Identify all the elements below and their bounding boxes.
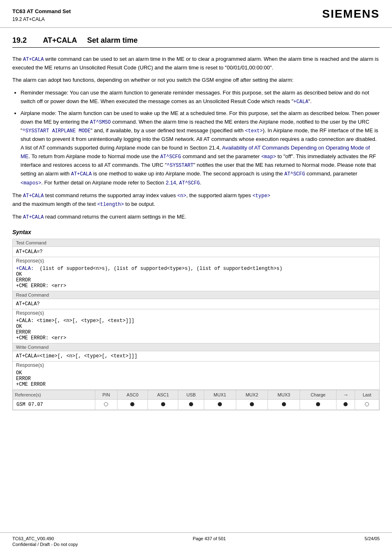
dot-mux1 [218, 402, 222, 406]
dot-asc1 [161, 402, 165, 406]
syntax-heading: Syntax [12, 229, 380, 235]
test-command-body: AT+CALA=? [13, 247, 379, 257]
footer-main-row: TC63_ATC_V00.490 Page 437 of 501 5/24/05 [12, 536, 380, 541]
write-command-response: OK ERROR +CME ERROR [13, 369, 379, 389]
footer-of: of [213, 536, 217, 541]
ref-mux2-dot [236, 400, 268, 410]
test-command-response: +CALA: (list of supported<n>s), (list of… [13, 265, 379, 291]
reference-header-row: Reference(s) PIN ASC0 ASC1 USB MUX1 MUX2… [13, 390, 379, 400]
ref-asc1-header: ASC1 [148, 390, 178, 400]
dot-charge [316, 402, 320, 406]
write-command-response-label: Response(s) [13, 362, 379, 369]
ref-pin-dot [95, 400, 118, 410]
dot-last [365, 402, 369, 406]
dot-arrow [344, 402, 348, 406]
bullet-item-2: Airplane mode: The alarm function can be… [21, 109, 380, 187]
reference-table: Reference(s) PIN ASC0 ASC1 USB MUX1 MUX2… [13, 390, 379, 410]
dot-usb [189, 402, 193, 406]
ref-last-dot [355, 400, 379, 410]
read-command-body: AT+CALA? [13, 299, 379, 309]
ref-arrow-header: → [337, 390, 355, 400]
ref-mux1-header: MUX1 [204, 390, 236, 400]
read-command-block: Read Command AT+CALA? Response(s) +CALA:… [12, 291, 380, 343]
ref-asc0-header: ASC0 [117, 390, 148, 400]
ref-mux1-dot [204, 400, 236, 410]
ref-label-header: Reference(s) [13, 390, 95, 400]
ref-charge-dot [300, 400, 337, 410]
ref-asc0-dot [117, 400, 148, 410]
ref-usb-dot [178, 400, 204, 410]
header-section-ref: 19.2 AT+CALA [12, 16, 71, 23]
ref-charge-header: Charge [300, 390, 337, 400]
footer-confidential: Confidential / Draft - Do not copy [12, 542, 78, 547]
bullet-item-1: Reminder message: You can use the alarm … [21, 89, 380, 106]
section-subtitle: Set alarm time [87, 36, 138, 44]
footer-confidential-row: Confidential / Draft - Do not copy [12, 542, 380, 547]
page-header: TC63 AT Command Set 19.2 AT+CALA SIEMENS [0, 0, 392, 28]
ref-last-header: Last [355, 390, 379, 400]
footer-doc-id: TC63_ATC_V00.490 [12, 536, 54, 541]
write-command-block: Write Command AT+CALA=<time>[, <n>[, <ty… [12, 343, 380, 390]
body-para4: The AT+CALA read command returns the cur… [12, 213, 380, 221]
body-para1: The AT+CALA write command can be used to… [12, 55, 380, 72]
ref-value: GSM 07.07 [13, 400, 95, 410]
ref-usb-header: USB [178, 390, 204, 400]
body-para2: The alarm can adopt two functions, depen… [12, 76, 380, 85]
ref-asc1-dot [148, 400, 178, 410]
ref-mux3-header: MUX3 [268, 390, 300, 400]
read-command-response-label: Response(s) [13, 309, 379, 317]
reference-data-row: GSM 07.07 [13, 400, 379, 410]
dot-pin [104, 402, 108, 406]
section-cmd: AT+CALA [43, 36, 77, 44]
page-footer: TC63_ATC_V00.490 Page 437 of 501 5/24/05… [0, 532, 392, 547]
section-number: 19.2 [12, 36, 27, 44]
footer-date: 5/24/05 [364, 536, 380, 541]
main-content: 19.2 AT+CALA Set alarm time The AT+CALA … [0, 28, 392, 419]
body-para3: The AT+CALA test command returns the sup… [12, 191, 380, 209]
ref-mux2-header: MUX2 [236, 390, 268, 400]
bullet-list: Reminder message: You can use the alarm … [21, 89, 380, 187]
dot-mux2 [250, 402, 254, 406]
siemens-logo: SIEMENS [322, 7, 380, 21]
write-command-header: Write Command [13, 343, 379, 351]
ref-pin-header: PIN [95, 390, 118, 400]
ref-mux3-dot [268, 400, 300, 410]
section-title: 19.2 AT+CALA Set alarm time [12, 36, 380, 48]
write-command-body: AT+CALA=<time>[, <n>[, <type>[, <text>]]… [13, 351, 379, 362]
ref-arrow-dot [337, 400, 355, 410]
read-command-response: +CALA: <time>[, <n>[, <type>[, <text>]]]… [13, 317, 379, 343]
test-command-block: Test Command AT+CALA=? Response(s) +CALA… [12, 239, 380, 291]
dot-mux3 [282, 402, 286, 406]
test-command-response-label: Response(s) [13, 257, 379, 265]
footer-page-info: Page 437 of 501 [193, 536, 226, 541]
header-left: TC63 AT Command Set 19.2 AT+CALA [12, 7, 71, 23]
header-doc-title: TC63 AT Command Set [12, 7, 71, 16]
read-command-header: Read Command [13, 291, 379, 299]
test-command-header: Test Command [13, 239, 379, 247]
dot-asc0 [130, 402, 134, 406]
reference-section: Reference(s) PIN ASC0 ASC1 USB MUX1 MUX2… [12, 390, 380, 410]
